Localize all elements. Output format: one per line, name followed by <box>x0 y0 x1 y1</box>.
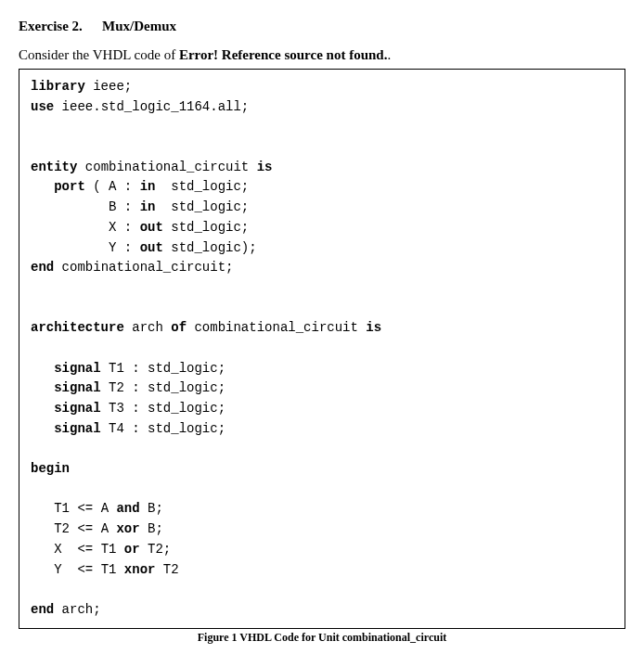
kw-is1: is <box>257 160 273 174</box>
code-b4b: T2 <box>155 562 178 577</box>
code-l6b: std_logic; <box>163 220 249 235</box>
kw-signal2: signal <box>54 380 100 395</box>
kw-signal4: signal <box>54 421 100 436</box>
code-sig2: T2 : std_logic; <box>101 380 225 395</box>
code-endarch: arch; <box>54 602 100 617</box>
kw-library: library <box>31 79 85 94</box>
code-sig1: T1 : std_logic; <box>101 361 225 376</box>
kw-end1: end <box>31 260 54 275</box>
intro-text: Consider the VHDL code of Error! Referen… <box>19 47 625 63</box>
intro-error: Error! Reference source not found. <box>179 47 388 62</box>
kw-signal1: signal <box>54 361 100 376</box>
code-b4a: Y <= T1 <box>54 562 124 577</box>
exercise-title: Mux/Demux <box>102 19 176 33</box>
kw-of: of <box>171 320 187 335</box>
code-l8a: combinational_circuit; <box>54 260 233 275</box>
kw-end2: end <box>31 602 54 617</box>
code-box: library ieee; use ieee.std_logic_1164.al… <box>19 69 625 629</box>
intro-prefix: Consider the VHDL code of <box>19 47 179 62</box>
kw-out1: out <box>140 220 163 235</box>
code-b1b: B; <box>140 501 163 516</box>
kw-architecture: architecture <box>31 320 124 335</box>
kw-or: or <box>124 542 140 557</box>
kw-xnor: xnor <box>124 562 156 577</box>
exercise-number: Exercise 2. <box>19 19 102 34</box>
kw-use: use <box>31 99 54 114</box>
code-l7a: Y : <box>109 240 140 255</box>
kw-port: port <box>54 179 85 194</box>
code-l9a: arch <box>124 320 171 335</box>
code-l4b: std_logic; <box>155 179 249 194</box>
code-b2b: B; <box>140 521 163 536</box>
code-l1a: ieee; <box>85 79 132 94</box>
code-sig4: T4 : std_logic; <box>101 421 225 436</box>
kw-and: and <box>116 501 139 516</box>
kw-in1: in <box>140 179 156 194</box>
code-sig3: T3 : std_logic; <box>101 401 225 416</box>
code-l4a: ( A : <box>85 179 140 194</box>
code-l2a: ieee.std_logic_1164.all; <box>54 99 249 114</box>
kw-signal3: signal <box>54 401 100 416</box>
kw-is2: is <box>366 320 381 335</box>
code-l3a: combinational_circuit <box>77 160 256 174</box>
kw-in2: in <box>140 199 156 214</box>
kw-out2: out <box>140 240 163 255</box>
code-l5a: B : <box>109 199 140 214</box>
code-b3b: T2; <box>140 542 172 557</box>
kw-entity: entity <box>31 160 77 174</box>
code-l7b: std_logic); <box>163 240 257 255</box>
code-b3a: X <= T1 <box>54 542 124 557</box>
code-l6a: X : <box>109 220 140 235</box>
code-l5b: std_logic; <box>155 199 249 214</box>
kw-begin: begin <box>31 461 70 476</box>
intro-suffix: . <box>387 47 391 62</box>
figure-caption: Figure 1 VHDL Code for Unit combinationa… <box>19 631 625 645</box>
code-b2a: T2 <= A <box>54 521 116 536</box>
code-l9b: combinational_circuit <box>187 320 366 335</box>
exercise-heading: Exercise 2.Mux/Demux <box>19 19 625 34</box>
kw-xor: xor <box>116 521 139 536</box>
code-b1a: T1 <= A <box>54 501 116 516</box>
